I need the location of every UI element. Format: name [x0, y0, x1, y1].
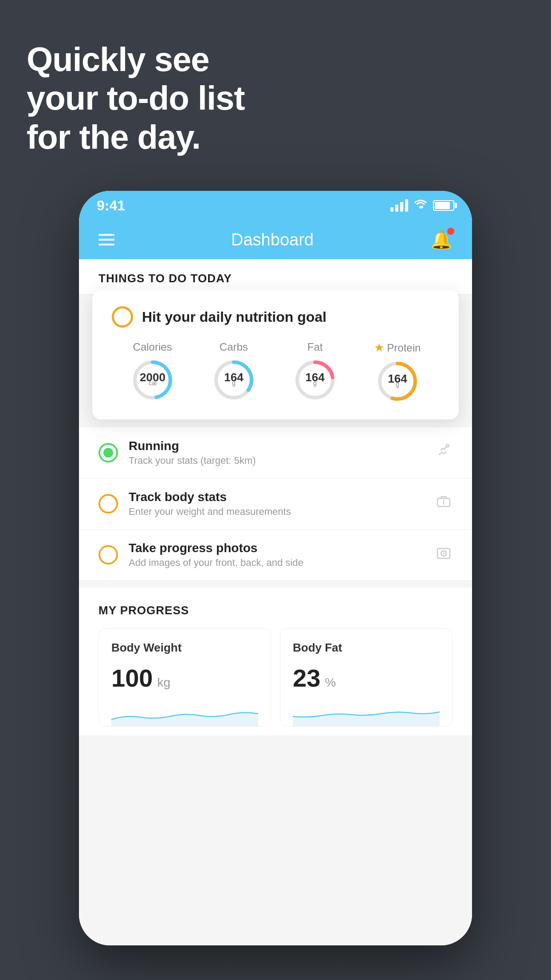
nutrition-card-title: Hit your daily nutrition goal [142, 309, 327, 325]
star-icon: ★ [374, 341, 384, 355]
progress-title: MY PROGRESS [98, 604, 453, 617]
nav-bar: Dashboard 🔔 [79, 220, 472, 259]
scale-icon [435, 493, 453, 515]
notification-button[interactable]: 🔔 [430, 229, 453, 250]
signal-icon [390, 199, 408, 212]
body-fat-value-row: 23 % [293, 664, 440, 692]
todo-title-body-stats: Track body stats [129, 490, 424, 504]
todo-check-photos [98, 545, 118, 565]
todo-subtitle-photos: Add images of your front, back, and side [129, 557, 424, 569]
todo-subtitle-body-stats: Enter your weight and measurements [129, 506, 424, 518]
status-time: 9:41 [97, 198, 125, 214]
notification-dot [447, 228, 454, 235]
todo-item-body-stats[interactable]: Track body stats Enter your weight and m… [79, 478, 472, 530]
carbs-ring: Carbs 164 g [212, 341, 256, 403]
svg-point-0 [419, 206, 422, 209]
todo-subtitle-running: Track your stats (target: 5km) [129, 455, 424, 466]
nutrition-rings: Calories 2000 cal Carbs 164 g [112, 341, 439, 403]
body-weight-title: Body Weight [111, 641, 258, 655]
todo-title-running: Running [129, 439, 424, 453]
todo-check-body-stats [98, 494, 118, 514]
body-fat-chart [293, 699, 440, 726]
todo-text-running: Running Track your stats (target: 5km) [129, 439, 424, 466]
fat-ring: Fat 164 g [293, 341, 337, 403]
fat-label: Fat [307, 341, 323, 353]
running-icon [435, 442, 453, 464]
svg-point-17 [443, 553, 445, 554]
body-weight-unit: kg [157, 676, 170, 690]
body-fat-title: Body Fat [293, 641, 440, 655]
svg-text:g: g [396, 381, 399, 388]
menu-button[interactable] [98, 234, 114, 245]
svg-text:cal: cal [149, 379, 157, 387]
todo-text-body-stats: Track body stats Enter your weight and m… [129, 490, 424, 518]
photo-icon [435, 544, 453, 566]
protein-ring: ★ Protein 164 g [374, 341, 421, 403]
progress-cards: Body Weight 100 kg Body Fat [98, 628, 453, 727]
headline: Quickly see your to-do list for the day. [27, 40, 245, 156]
body-weight-chart [111, 699, 258, 726]
carbs-ring-svg: 164 g [212, 358, 256, 402]
battery-icon [433, 200, 454, 211]
things-todo-header: THINGS TO DO TODAY [79, 259, 472, 295]
progress-section: MY PROGRESS Body Weight 100 kg [79, 588, 472, 735]
body-weight-card[interactable]: Body Weight 100 kg [98, 628, 271, 727]
body-fat-value: 23 [293, 664, 320, 692]
body-weight-value: 100 [111, 664, 153, 692]
calories-label: Calories [133, 341, 172, 353]
phone-mockup: 9:41 Dashb [79, 191, 472, 945]
status-icons [390, 198, 454, 213]
protein-ring-svg: 164 g [375, 359, 420, 403]
content-area: THINGS TO DO TODAY Hit your daily nutrit… [79, 259, 472, 945]
nav-title: Dashboard [231, 230, 314, 249]
todo-text-photos: Take progress photos Add images of your … [129, 541, 424, 569]
todo-list: Running Track your stats (target: 5km) T… [79, 427, 472, 581]
todo-item-photos[interactable]: Take progress photos Add images of your … [79, 530, 472, 581]
calories-ring-svg: 2000 cal [130, 358, 175, 402]
todo-title-photos: Take progress photos [129, 541, 424, 555]
body-fat-unit: % [325, 676, 336, 690]
todo-check-running [98, 443, 118, 462]
protein-label-row: ★ Protein [374, 341, 421, 355]
carbs-label: Carbs [220, 341, 248, 353]
nutrition-check-circle [112, 306, 133, 328]
protein-label: Protein [387, 342, 421, 354]
wifi-icon [413, 198, 428, 213]
status-bar: 9:41 [79, 191, 472, 220]
svg-text:g: g [313, 379, 317, 387]
svg-text:g: g [232, 379, 236, 387]
body-fat-card[interactable]: Body Fat 23 % [280, 628, 453, 727]
todo-item-running[interactable]: Running Track your stats (target: 5km) [79, 427, 472, 478]
nutrition-card: Hit your daily nutrition goal Calories 2… [92, 290, 459, 419]
things-todo-title: THINGS TO DO TODAY [98, 272, 453, 285]
calories-ring: Calories 2000 cal [130, 341, 175, 403]
body-weight-value-row: 100 kg [111, 664, 258, 692]
fat-ring-svg: 164 g [293, 358, 337, 402]
